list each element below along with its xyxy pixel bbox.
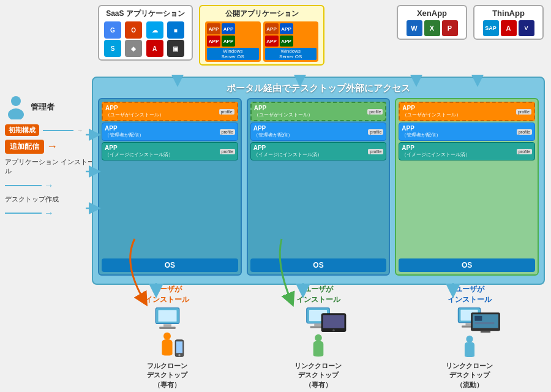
bottom-col-1: ユーザがインストール フルクローンデスクトップ（専有） — [103, 284, 231, 390]
profile-3b: profile — [517, 129, 532, 135]
os-3: OS — [399, 258, 535, 272]
desktop-label-1: フルクローンデスクトップ（専有） — [147, 361, 187, 390]
add-distribution-row: 追加配信 → — [5, 140, 96, 154]
app-icon-7: A — [146, 40, 163, 57]
svg-rect-15 — [323, 315, 345, 328]
svg-rect-5 — [159, 326, 176, 328]
app-sub-1c: （イメージにインストール済） — [105, 151, 173, 158]
svg-point-6 — [163, 333, 171, 340]
app-title-1c: APP — [105, 145, 173, 151]
app-icon-6: ◆ — [125, 40, 142, 57]
computer-icon-1 — [151, 307, 184, 331]
app-sub-3a: （ユーザがインストール） — [402, 111, 461, 118]
arrow-row-2: → — [5, 208, 96, 219]
profile-3a: profile — [516, 109, 531, 115]
xenapp-icons: W X P — [403, 20, 461, 36]
left-sidebar: 管理者 初期構成 → 追加配信 → アプリケーション インストール → デスクト… — [5, 95, 96, 219]
app-group: APP APP APP APP WindowsServer OS APP APP… — [205, 21, 318, 62]
cloud-icon: ☁ — [146, 21, 163, 39]
col-link-floating: APP （ユーザがインストール） profile APP （管理者が配信） pr… — [395, 98, 539, 276]
app-icon-8: ▣ — [167, 40, 184, 57]
user-install-1: ユーザがインストール — [145, 284, 189, 305]
app-title-1b: APP — [105, 125, 144, 132]
svg-rect-8 — [176, 341, 182, 353]
svg-rect-25 — [474, 322, 494, 324]
app-sub-3c: （イメージにインストール済） — [402, 151, 470, 158]
svg-rect-4 — [163, 324, 171, 326]
app-image-3: APP （イメージにインストール済） profile — [399, 142, 535, 160]
initial-config-row: 初期構成 → — [5, 124, 96, 136]
word-icon: W — [407, 20, 422, 36]
profile-3c: profile — [517, 149, 532, 154]
thinapp-icons: SAP A V — [479, 20, 538, 36]
desktop-label-3: リンククローンデスクトップ（流動） — [446, 361, 493, 390]
ppt-icon: P — [442, 20, 458, 36]
xenapp-title: XenApp — [403, 9, 461, 18]
app-icon-4: ■ — [167, 21, 184, 39]
col-full-clone: APP （ユーザがインストール） profile APP （管理者が配信） pr… — [98, 98, 242, 276]
bottom-col-2: ユーザがインストール リンククローンデスクトップ（専有） — [254, 284, 383, 390]
win-server-1: WindowsServer OS — [207, 48, 259, 60]
svg-rect-24 — [474, 315, 482, 320]
desktop-label-2: リンククローンデスクトップ（専有） — [294, 361, 342, 390]
app-install-label: アプリケーション インストール — [5, 157, 96, 176]
win-server-2: WindowsServer OS — [265, 48, 317, 60]
saas-box: SaaS アプリケーション G O ☁ ■ S ◆ A ▣ — [98, 5, 193, 61]
adobe-icon: A — [501, 20, 517, 36]
app-title-1a: APP — [105, 105, 164, 111]
public-title: 公開アプリケーション — [205, 9, 318, 19]
bottom-col-3: ユーザがインストール リンククローンデスクトップ（流動） — [405, 284, 534, 390]
sf-icon: S — [104, 40, 121, 57]
app-user-install-3: APP （ユーザがインストール） profile — [399, 102, 535, 121]
profile-1c: profile — [220, 149, 235, 154]
app-sub-2b: （管理者が配信） — [253, 132, 293, 138]
admin-section: 管理者 — [5, 95, 96, 119]
profile-2b: profile — [368, 129, 383, 135]
app-title-2c: APP — [253, 145, 322, 151]
xenapp-box: XenApp W X P — [397, 5, 467, 40]
app-sub-1b: （管理者が配信） — [105, 132, 144, 138]
app-title-3a: APP — [402, 105, 461, 111]
app-sm-8: APP — [280, 36, 293, 47]
app-sm-5: APP — [265, 23, 279, 34]
os-1: OS — [102, 258, 238, 272]
app-user-install-2: APP （ユーザがインストール） profile — [250, 102, 387, 121]
svg-point-16 — [332, 329, 334, 331]
app-sub-3b: （管理者が配信） — [402, 132, 441, 138]
office-icon: O — [125, 21, 142, 39]
app-image-1: APP （イメージにインストール済） profile — [102, 142, 238, 160]
thinapp-title: ThinApp — [479, 9, 538, 18]
vsp-icon: V — [519, 20, 534, 36]
app-title-2a: APP — [254, 105, 313, 111]
app-column-1: APP APP APP APP WindowsServer OS — [205, 21, 261, 62]
user-figure-green — [309, 334, 328, 356]
app-sm-7: APP — [265, 36, 279, 47]
svg-point-17 — [315, 334, 322, 342]
svg-rect-3 — [158, 310, 176, 322]
monitor-icon-3 — [467, 312, 504, 333]
sap-icon: SAP — [483, 20, 499, 36]
app-sub-1a: （ユーザがインストール） — [105, 111, 164, 118]
add-distribution-badge: 追加配信 — [5, 140, 44, 154]
tablet-icon-2 — [318, 313, 349, 333]
admin-label: 管理者 — [31, 102, 54, 113]
app-sm-2: APP — [222, 23, 235, 34]
profile-2c: profile — [368, 149, 383, 154]
app-sm-4: APP — [222, 36, 235, 47]
svg-point-0 — [11, 96, 21, 106]
app-title-2b: APP — [253, 125, 293, 132]
app-sub-2a: （ユーザがインストール） — [254, 111, 313, 118]
svg-rect-26 — [481, 331, 490, 333]
user-install-2: ユーザがインストール — [296, 284, 340, 305]
app-image-2: APP （イメージにインストール済） profile — [250, 142, 387, 160]
google-icon: G — [104, 21, 121, 39]
profile-1b: profile — [220, 129, 235, 135]
app-admin-3: APP （管理者が配信） profile — [399, 123, 535, 141]
saas-icons: G O ☁ ■ S ◆ A ▣ — [104, 21, 187, 57]
os-2: OS — [250, 258, 387, 272]
app-sub-2c: （イメージにインストール済） — [253, 151, 322, 158]
mobile-icon-1 — [173, 339, 186, 357]
app-column-2: APP APP APP APP WindowsServer OS — [263, 21, 319, 62]
arrow-row-1: → — [5, 180, 96, 191]
user-install-3: ユーザがインストール — [448, 284, 492, 305]
